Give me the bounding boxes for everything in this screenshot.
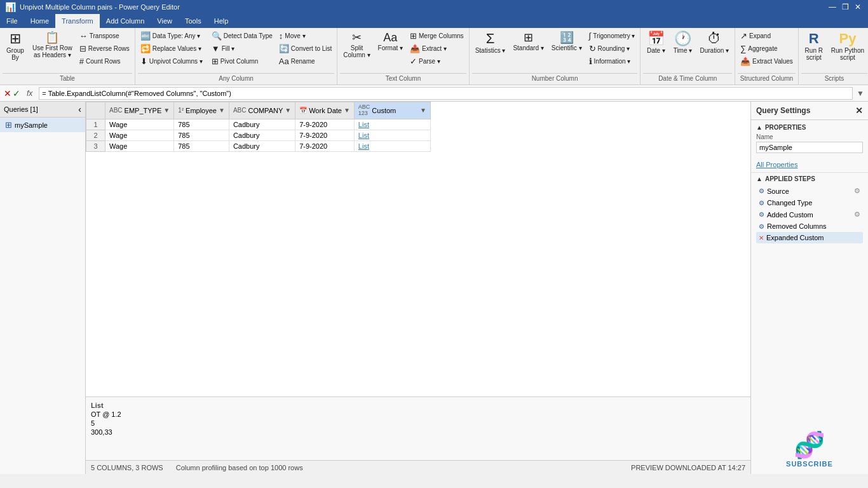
tab-home[interactable]: Home [24,14,55,28]
duration-button[interactable]: ⏱ Duration ▾ [696,30,732,56]
extract-icon: 📤 [410,44,420,53]
information-button[interactable]: ℹ Information ▾ [587,55,638,67]
ribbon-group-text-column: ✂ SplitColumn ▾ Aa Format ▾ ⊞ Merge Colu… [337,28,469,85]
date-button[interactable]: 📅 Date ▾ [643,30,668,56]
work-date-filter-btn[interactable]: ▼ [344,107,350,114]
employee-3: 785 [174,140,229,151]
list-link-3[interactable]: List [358,142,369,150]
rounding-button[interactable]: ↻ Rounding ▾ [587,43,638,55]
query-item-mysample[interactable]: ⊞ mySample [0,118,85,132]
col-header-company[interactable]: ABC COMPANY ▼ [229,102,295,119]
custom-1[interactable]: List [354,119,430,130]
confirm-formula-btn[interactable]: ✓ [13,88,20,98]
replace-values-button[interactable]: 🔁 Replace Values ▾ [138,43,205,55]
queries-panel: Queries [1] ‹ ⊞ mySample [0,102,86,474]
standard-button[interactable]: ⊞ Standard ▾ [510,30,546,53]
employee-type-icon: 1² [178,107,184,114]
convert-to-list-button[interactable]: 🔄 Convert to List [276,43,334,55]
tab-transform[interactable]: Transform [55,14,100,28]
step-source-label: Source [767,187,789,195]
transpose-icon: ↔ [79,31,88,41]
step-source[interactable]: ⚙ Source ⚙ [756,185,863,197]
scientific-button[interactable]: 🔢 Scientific ▾ [548,30,585,53]
duration-icon: ⏱ [707,32,721,46]
ribbon-tabs: File Home Transform Add Column View Tool… [0,14,868,28]
title-controls[interactable]: — ❐ ✕ [827,2,863,12]
formula-buttons: ✕ ✓ [4,88,20,98]
detect-data-type-button[interactable]: 🔍 Detect Data Type [209,30,275,42]
statistics-button[interactable]: Σ Statistics ▾ [472,30,509,56]
expand-button[interactable]: ↗ Expand [738,30,796,42]
employee-filter-btn[interactable]: ▼ [219,107,225,114]
pivot-column-button[interactable]: ⊞ Pivot Column [209,55,275,67]
run-python-button[interactable]: Py Run Pythonscript [828,30,867,63]
move-button[interactable]: ↕ Move ▾ [276,30,334,42]
step-changed-type[interactable]: ⚙ Changed Type [756,197,863,208]
tab-add-column[interactable]: Add Column [100,14,151,28]
step-added-custom-gear[interactable]: ⚙ [854,210,860,219]
col-header-work-date[interactable]: 📅 Work Date ▼ [295,102,355,119]
col-header-custom[interactable]: ABC123 Custom ▼ [354,102,430,119]
employee-2: 785 [174,130,229,140]
app-icon: 📊 [5,2,16,12]
minimize-btn[interactable]: — [827,2,837,12]
custom-filter-btn[interactable]: ▼ [420,107,426,114]
use-first-row-button[interactable]: 📋 Use First Rowas Headers ▾ [29,30,76,60]
extract-values-button[interactable]: 📤 Extract Values [738,55,796,67]
step-expanded-custom[interactable]: ✕ Expanded Custom [756,232,863,243]
reverse-rows-button[interactable]: ⊟ Reverse Rows [77,43,132,55]
ribbon-group-table: ⊞ GroupBy 📋 Use First Rowas Headers ▾ ↔ … [0,28,135,85]
collapse-queries-btn[interactable]: ‹ [78,104,81,114]
expand-icon: ↗ [740,31,747,41]
properties-collapse-icon[interactable]: ▲ [756,124,763,131]
close-btn[interactable]: ✕ [853,2,863,12]
company-filter-btn[interactable]: ▼ [285,107,291,114]
subscribe-area: 🧬 SUBSCRIBE [751,424,868,474]
aggregate-button[interactable]: ∑ Aggregate [738,43,796,55]
data-area: ABC EMP_TYPE ▼ 1² Employee ▼ [86,102,750,474]
emp-type-filter-btn[interactable]: ▼ [163,107,170,114]
ribbon-group-datetime: 📅 Date ▾ 🕐 Time ▾ ⏱ Duration ▾ Date & Ti… [641,28,735,85]
step-source-gear[interactable]: ⚙ [854,187,860,195]
col-header-employee[interactable]: 1² Employee ▼ [174,102,229,119]
formula-input[interactable] [39,87,853,100]
extract-button[interactable]: 📤 Extract ▾ [407,43,466,55]
ribbon-group-number-column: Σ Statistics ▾ ⊞ Standard ▾ 🔢 Scientific… [470,28,641,85]
custom-2[interactable]: List [354,130,430,140]
unpivot-columns-button[interactable]: ⬇ Unpivot Columns ▾ [138,55,205,67]
run-r-button[interactable]: R Run Rscript [801,30,827,63]
tab-tools[interactable]: Tools [179,14,208,28]
merge-columns-button[interactable]: ⊞ Merge Columns [407,30,466,42]
count-rows-button[interactable]: # Count Rows [77,55,132,67]
python-icon: Py [839,32,856,46]
transpose-button[interactable]: ↔ Transpose [77,30,132,42]
group-by-button[interactable]: ⊞ GroupBy [3,30,28,63]
time-button[interactable]: 🕐 Time ▾ [670,30,695,56]
expand-formula-btn[interactable]: ▼ [857,89,864,98]
preview-item-0: OT @ 1.2 [91,410,745,419]
tab-view[interactable]: View [151,14,179,28]
split-column-button[interactable]: ✂ SplitColumn ▾ [340,30,373,60]
tab-help[interactable]: Help [208,14,235,28]
data-type-button[interactable]: 🔤 Data Type: Any ▾ [138,30,205,42]
step-added-custom[interactable]: ⚙ Added Custom ⚙ [756,208,863,220]
tab-file[interactable]: File [0,14,24,28]
query-name-input[interactable] [756,142,863,153]
rename-button[interactable]: Aa Rename [276,55,334,67]
cancel-formula-btn[interactable]: ✕ [4,88,11,98]
all-properties-link[interactable]: All Properties [756,161,797,168]
title-left: 📊 Unpivot Multiple Column pairs - Power … [5,2,180,12]
emp-type-type-icon: ABC [109,107,123,114]
maximize-btn[interactable]: ❐ [840,2,850,12]
col-header-emp-type[interactable]: ABC EMP_TYPE ▼ [105,102,174,119]
format-button[interactable]: Aa Format ▾ [375,30,406,53]
qs-close-btn[interactable]: ✕ [855,105,863,116]
list-link-2[interactable]: List [358,132,369,139]
step-removed-columns[interactable]: ⚙ Removed Columns [756,220,863,232]
parse-button[interactable]: ✓ Parse ▾ [407,55,466,67]
list-link-1[interactable]: List [358,121,369,128]
fill-button[interactable]: ▼ Fill ▾ [209,43,275,55]
custom-3[interactable]: List [354,140,430,151]
steps-collapse-icon[interactable]: ▲ [756,175,763,182]
trigonometry-button[interactable]: ∫ Trigonometry ▾ [587,30,638,42]
